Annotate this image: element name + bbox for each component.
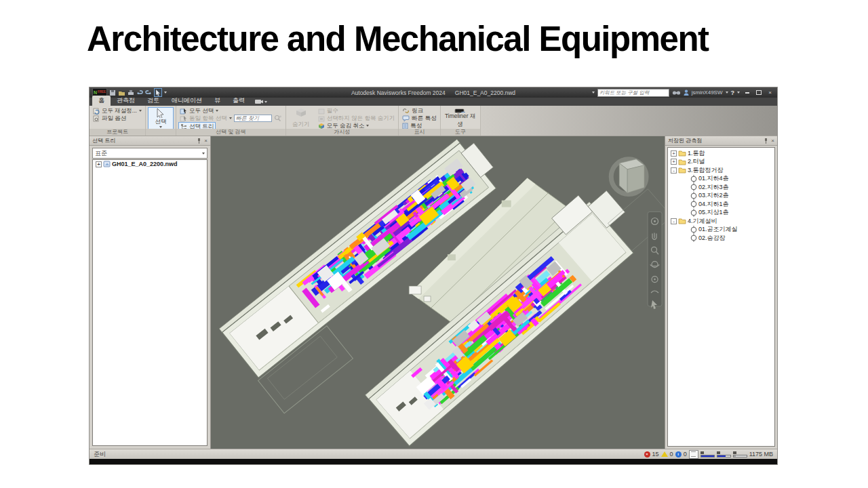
selection-tree-preset-dropdown[interactable]: 표준 bbox=[92, 148, 208, 159]
folder-icon bbox=[678, 159, 686, 165]
navigation-bar[interactable] bbox=[648, 212, 662, 309]
search-input[interactable] bbox=[597, 89, 669, 97]
status-ready: 준비 bbox=[94, 450, 106, 459]
window-bottom-strip bbox=[90, 459, 777, 464]
require-button[interactable]: 필수 bbox=[317, 107, 397, 115]
viewpoint-row[interactable]: 05.지상1층 bbox=[668, 209, 774, 218]
web-meter-icon bbox=[717, 451, 731, 458]
ribbon-group-project: 모두 재설정... 파일 옵션 프로젝트 bbox=[90, 106, 146, 136]
model-file-icon bbox=[103, 161, 111, 167]
reset-all-icon bbox=[93, 108, 100, 115]
pin-icon[interactable] bbox=[197, 138, 201, 144]
status-bar: 준비 × 15 0 i 0 1175 MB bbox=[90, 449, 777, 459]
selection-tree-row[interactable]: + GH01_E_A0_2200.nwd bbox=[93, 160, 207, 169]
signed-in-user[interactable]: jsminX49SW bbox=[692, 89, 723, 96]
select-same-button[interactable]: 동일 항목 선택 bbox=[178, 115, 283, 122]
viewpoint-icon bbox=[690, 175, 697, 183]
ribbon-empty-space bbox=[481, 106, 777, 136]
search-scope-caret[interactable] bbox=[592, 92, 595, 94]
properties-icon bbox=[402, 123, 408, 129]
links-button[interactable]: 링크 bbox=[401, 107, 437, 115]
viewpoint-icon bbox=[690, 200, 697, 208]
viewpoint-icon bbox=[690, 183, 697, 191]
tab-viewpoint[interactable]: 관측점 bbox=[111, 96, 141, 106]
viewpoint-row[interactable]: 02.승강장 bbox=[668, 234, 774, 243]
select-button[interactable]: 선택 bbox=[148, 107, 174, 129]
viewpoint-icon bbox=[690, 234, 697, 242]
selection-tree-header: 선택 트리 × bbox=[90, 136, 210, 146]
titlebar-right: jsminX49SW ? × bbox=[592, 89, 774, 97]
qat-dropdown-caret[interactable] bbox=[164, 92, 167, 94]
error-count: 15 bbox=[652, 451, 659, 458]
ribbon-group-display: 링크 빠른 특성 특성 표시 bbox=[399, 106, 440, 136]
saved-viewpoints-tree: + 1.통합 + 2.터널 - 3.통합정거장 bbox=[667, 147, 775, 447]
quick-find-input[interactable] bbox=[234, 115, 272, 122]
viewport-3d[interactable] bbox=[211, 136, 665, 449]
panel-close-icon[interactable]: × bbox=[204, 138, 208, 144]
viewpoint-row[interactable]: 03.지하2층 bbox=[668, 192, 774, 201]
disk-meter-icon bbox=[733, 451, 747, 458]
hide-button[interactable]: 숨기기 bbox=[288, 107, 314, 129]
select-cursor-icon bbox=[156, 108, 165, 118]
close-button[interactable]: × bbox=[766, 89, 774, 96]
document-name: GH01_E_A0_2200.nwd bbox=[455, 89, 515, 96]
slide-title: Architecture and Mechanical Equipment bbox=[87, 19, 709, 59]
restore-button[interactable] bbox=[754, 89, 763, 96]
viewpoint-icon bbox=[690, 209, 697, 217]
viewpoint-row[interactable]: + 2.터널 bbox=[668, 158, 774, 167]
unhide-all-icon bbox=[318, 123, 325, 129]
ribbon-group-visibility: 숨기기 필수 선택하지 않은 항목 숨기기 모두 숨김 취소 가시성 bbox=[286, 106, 399, 136]
hide-unselected-button[interactable]: 선택하지 않은 항목 숨기기 bbox=[317, 115, 397, 122]
report-sheet-button[interactable] bbox=[689, 450, 698, 459]
viewpoint-row[interactable]: 01.지하4층 bbox=[668, 175, 774, 184]
reset-all-button[interactable]: 모두 재설정... bbox=[92, 107, 143, 115]
print-icon[interactable] bbox=[127, 89, 134, 96]
pin-icon[interactable] bbox=[764, 138, 768, 144]
links-icon bbox=[402, 108, 410, 114]
user-menu-caret[interactable] bbox=[726, 92, 728, 94]
viewpoint-row[interactable]: 04.지하1층 bbox=[668, 200, 774, 209]
redo-icon[interactable] bbox=[145, 89, 152, 96]
help-button[interactable]: ? bbox=[731, 89, 735, 96]
hide-icon bbox=[296, 108, 307, 117]
user-icon bbox=[684, 89, 689, 96]
folder-icon bbox=[678, 167, 686, 174]
media-caret[interactable] bbox=[264, 101, 267, 103]
ribbon: 모두 재설정... 파일 옵션 프로젝트 선택 모 bbox=[90, 106, 777, 136]
warning-count: 0 bbox=[670, 451, 673, 458]
tab-view[interactable]: 뷰 bbox=[208, 96, 226, 106]
tab-output[interactable]: 출력 bbox=[226, 96, 251, 106]
selection-tree-panel: 선택 트리 × 표준 + GH01_E_A0_2200.nwd bbox=[90, 136, 211, 449]
viewpoint-row[interactable]: - 4.기계설비 bbox=[668, 217, 774, 226]
timeliner-play-button[interactable]: Timeliner 재생 bbox=[443, 107, 478, 129]
viewpoint-row[interactable]: + 1.통합 bbox=[668, 149, 774, 158]
tab-home[interactable]: 홈 bbox=[92, 96, 111, 106]
viewpoint-row[interactable]: 01.공조기계실 bbox=[668, 226, 774, 235]
viewpoint-row[interactable]: 02.지하3층 bbox=[668, 183, 774, 192]
save-icon[interactable] bbox=[109, 89, 116, 96]
tab-review[interactable]: 검토 bbox=[141, 96, 165, 106]
hide-unselected-icon bbox=[318, 115, 325, 122]
quick-properties-button[interactable]: 빠른 특성 bbox=[401, 115, 437, 122]
file-options-button[interactable]: 파일 옵션 bbox=[92, 115, 143, 122]
saved-viewpoints-panel: 저장된 관측점 × + 1.통합 + 2 bbox=[665, 136, 777, 449]
select-all-button[interactable]: 모두 선택 bbox=[178, 107, 283, 115]
quick-find-icon[interactable] bbox=[274, 115, 282, 122]
minimize-button[interactable] bbox=[743, 89, 751, 96]
help-menu-caret[interactable] bbox=[737, 92, 740, 94]
binoculars-icon[interactable] bbox=[672, 89, 681, 96]
folder-icon bbox=[678, 150, 686, 157]
open-icon[interactable] bbox=[118, 89, 125, 96]
ribbon-group-tools: Timeliner 재생 도구 bbox=[441, 106, 481, 136]
navisworks-window: NFREE Autodesk Navisworks Freedom 2024 G… bbox=[89, 87, 778, 465]
tab-animation[interactable]: 애니메이션 bbox=[165, 96, 208, 106]
model-canvas[interactable] bbox=[211, 136, 665, 449]
panel-close-icon[interactable]: × bbox=[771, 138, 774, 144]
ribbon-group-select-search: 모두 선택 동일 항목 선택 선택 트리 선택 및 검색 bbox=[176, 106, 286, 136]
render-media-icon[interactable] bbox=[255, 99, 263, 104]
steering-wheel[interactable] bbox=[611, 159, 646, 195]
app-title: Autodesk Navisworks Freedom 2024 bbox=[351, 89, 446, 96]
viewpoint-icon bbox=[690, 226, 697, 234]
viewpoint-row[interactable]: - 3.통합정거장 bbox=[668, 166, 774, 175]
undo-icon[interactable] bbox=[136, 89, 143, 96]
